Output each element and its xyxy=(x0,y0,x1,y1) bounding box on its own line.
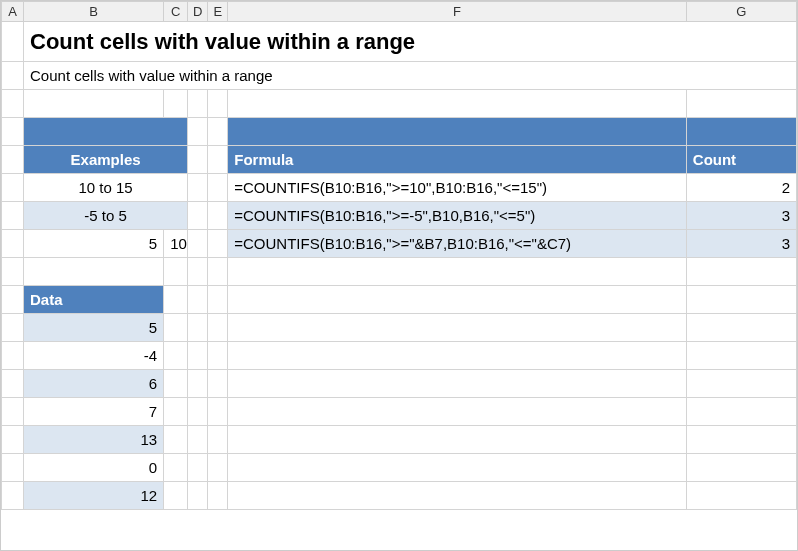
spreadsheet-view: A B C D E F G Count cells with value wit… xyxy=(0,0,798,551)
cell-example-3c[interactable]: 10 xyxy=(164,230,188,258)
row-header-top[interactable] xyxy=(2,118,797,146)
row-empty-1[interactable] xyxy=(2,90,797,118)
col-header-D[interactable]: D xyxy=(188,2,208,22)
header-count: Count xyxy=(686,146,796,174)
row-data-4[interactable]: 7 xyxy=(2,398,797,426)
row-data-5[interactable]: 13 xyxy=(2,426,797,454)
row-empty-2[interactable] xyxy=(2,258,797,286)
col-header-C[interactable]: C xyxy=(164,2,188,22)
cell-data-4[interactable]: 7 xyxy=(24,398,164,426)
col-header-A[interactable]: A xyxy=(2,2,24,22)
cell-data-3[interactable]: 6 xyxy=(24,370,164,398)
row-data-1[interactable]: 5 xyxy=(2,314,797,342)
row-example-2[interactable]: -5 to 5 =COUNTIFS(B10:B16,">=-5",B10,B16… xyxy=(2,202,797,230)
header-examples: Examples xyxy=(24,146,188,174)
cell-formula-3[interactable]: =COUNTIFS(B10:B16,">="&B7,B10:B16,"<="&C… xyxy=(228,230,687,258)
cell-formula-1[interactable]: =COUNTIFS(B10:B16,">=10",B10:B16,"<=15") xyxy=(228,174,687,202)
row-data-3[interactable]: 6 xyxy=(2,370,797,398)
cell-A1[interactable] xyxy=(2,22,24,62)
cell-example-3b[interactable]: 5 xyxy=(24,230,164,258)
cell-data-2[interactable]: -4 xyxy=(24,342,164,370)
col-header-B[interactable]: B xyxy=(24,2,164,22)
row-data-2[interactable]: -4 xyxy=(2,342,797,370)
cell-example-1[interactable]: 10 to 15 xyxy=(24,174,188,202)
row-data-header[interactable]: Data xyxy=(2,286,797,314)
cell-data-1[interactable]: 5 xyxy=(24,314,164,342)
cell-count-3[interactable]: 3 xyxy=(686,230,796,258)
cell-data-7[interactable]: 12 xyxy=(24,482,164,510)
cell-count-1[interactable]: 2 xyxy=(686,174,796,202)
column-header-row[interactable]: A B C D E F G xyxy=(2,2,797,22)
header-data: Data xyxy=(24,286,164,314)
cell-data-5[interactable]: 13 xyxy=(24,426,164,454)
header-examples-top xyxy=(24,118,188,146)
cell-example-2[interactable]: -5 to 5 xyxy=(24,202,188,230)
col-header-E[interactable]: E xyxy=(208,2,228,22)
row-subtitle[interactable]: Count cells with value within a range xyxy=(2,62,797,90)
row-example-3[interactable]: 5 10 =COUNTIFS(B10:B16,">="&B7,B10:B16,"… xyxy=(2,230,797,258)
page-title[interactable]: Count cells with value within a range xyxy=(24,22,797,62)
header-formula: Formula xyxy=(228,146,687,174)
col-header-G[interactable]: G xyxy=(686,2,796,22)
cell-A2[interactable] xyxy=(2,62,24,90)
row-header-labels[interactable]: Examples Formula Count xyxy=(2,146,797,174)
cell-data-6[interactable]: 0 xyxy=(24,454,164,482)
col-header-F[interactable]: F xyxy=(228,2,687,22)
row-data-6[interactable]: 0 xyxy=(2,454,797,482)
cell-count-2[interactable]: 3 xyxy=(686,202,796,230)
page-subtitle[interactable]: Count cells with value within a range xyxy=(24,62,797,90)
header-formula-top xyxy=(228,118,687,146)
row-example-1[interactable]: 10 to 15 =COUNTIFS(B10:B16,">=10",B10:B1… xyxy=(2,174,797,202)
grid[interactable]: A B C D E F G Count cells with value wit… xyxy=(1,1,797,510)
row-data-7[interactable]: 12 xyxy=(2,482,797,510)
header-count-top xyxy=(686,118,796,146)
cell-formula-2[interactable]: =COUNTIFS(B10:B16,">=-5",B10,B16,"<=5") xyxy=(228,202,687,230)
row-title[interactable]: Count cells with value within a range xyxy=(2,22,797,62)
